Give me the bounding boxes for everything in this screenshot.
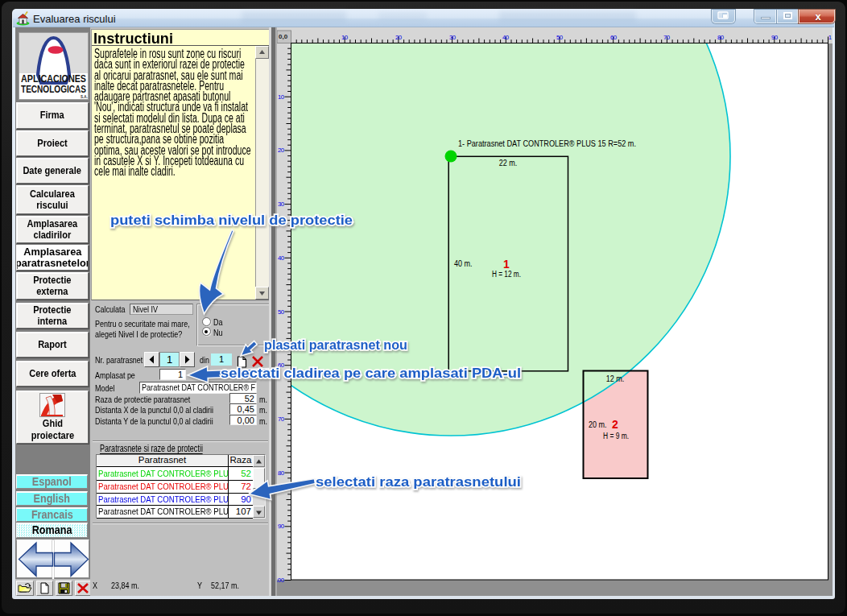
svg-text:plasati paratrasnet nou: plasati paratrasnet nou [264,337,407,352]
svg-text:selectati raza paratrasnetului: selectati raza paratrasnetului [316,474,521,489]
svg-text:puteti schimba nivelul de prot: puteti schimba nivelul de protectie [110,213,353,227]
svg-text:selectati cladirea pe care amp: selectati cladirea pe care amplasati PDA… [221,366,521,380]
